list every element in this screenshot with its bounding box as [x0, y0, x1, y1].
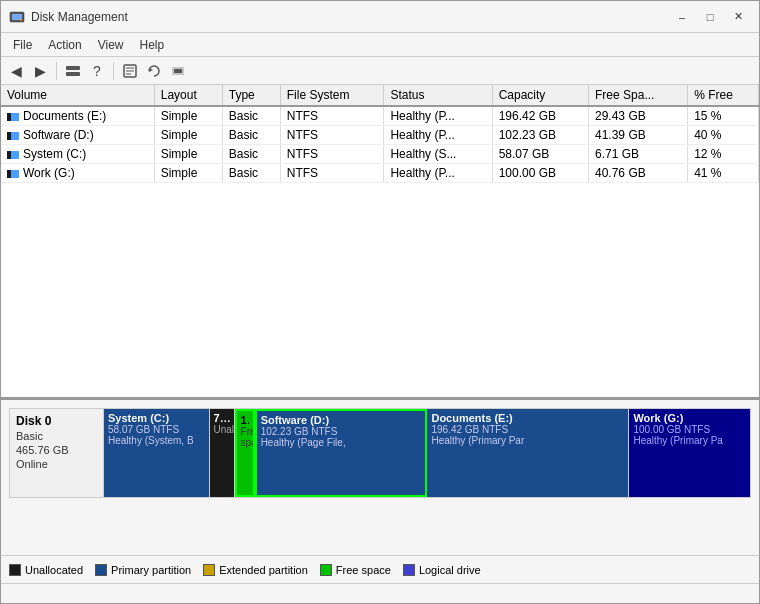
legend-color: [203, 564, 215, 576]
cell-layout: Simple: [154, 126, 222, 145]
partition-unallocated[interactable]: 7.11 GB Unallocated: [210, 409, 235, 497]
partition-software[interactable]: Software (D:) 102.23 GB NTFS Healthy (Pa…: [255, 409, 428, 497]
disks-icon: [65, 63, 81, 79]
svg-marker-9: [149, 68, 153, 72]
menu-file[interactable]: File: [5, 35, 40, 55]
cell-fs: NTFS: [280, 145, 384, 164]
table-row[interactable]: Work (G:) Simple Basic NTFS Healthy (P..…: [1, 164, 759, 183]
window-title: Disk Management: [31, 10, 128, 24]
cell-capacity: 58.07 GB: [492, 145, 588, 164]
partition-size: 102.23 GB NTFS: [261, 426, 422, 437]
properties-button[interactable]: [119, 60, 141, 82]
menu-action[interactable]: Action: [40, 35, 89, 55]
disk-type: Basic: [16, 430, 97, 442]
partitions-container: System (C:) 58.07 GB NTFS Healthy (Syste…: [104, 408, 751, 498]
disk-visual-section: Disk 0 Basic 465.76 GB Online System (C:…: [1, 400, 759, 555]
legend-item: Logical drive: [403, 564, 481, 576]
refresh-button[interactable]: [143, 60, 165, 82]
cell-layout: Simple: [154, 164, 222, 183]
cell-type: Basic: [222, 145, 280, 164]
window-controls: – □ ✕: [669, 7, 751, 27]
partition-status: Healthy (Primary Par: [431, 435, 624, 446]
cell-capacity: 100.00 GB: [492, 164, 588, 183]
col-pctfree: % Free: [688, 85, 759, 106]
main-content: Volume Layout Type File System Status Ca…: [1, 85, 759, 603]
legend-label: Unallocated: [25, 564, 83, 576]
menu-help[interactable]: Help: [132, 35, 173, 55]
forward-button[interactable]: ▶: [29, 60, 51, 82]
partition-size: 100.00 GB NTFS: [633, 424, 746, 435]
partition-status: Healthy (Page File,: [261, 437, 422, 448]
legend-item: Unallocated: [9, 564, 83, 576]
col-filesystem: File System: [280, 85, 384, 106]
table-row[interactable]: Documents (E:) Simple Basic NTFS Healthy…: [1, 106, 759, 126]
svg-rect-3: [66, 66, 80, 70]
disk-label: Disk 0 Basic 465.76 GB Online: [9, 408, 104, 498]
help-button[interactable]: ?: [86, 60, 108, 82]
partition-docs[interactable]: Documents (E:) 196.42 GB NTFS Healthy (P…: [427, 409, 629, 497]
cell-capacity: 196.42 GB: [492, 106, 588, 126]
minimize-button[interactable]: –: [669, 7, 695, 27]
show-disks-button[interactable]: [62, 60, 84, 82]
title-bar: Disk Management – □ ✕: [1, 1, 759, 33]
table-row[interactable]: Software (D:) Simple Basic NTFS Healthy …: [1, 126, 759, 145]
menu-bar: File Action View Help: [1, 33, 759, 57]
refresh-icon: [146, 63, 162, 79]
cell-pct: 12 %: [688, 145, 759, 164]
cell-pct: 15 %: [688, 106, 759, 126]
disk-name: Disk 0: [16, 414, 97, 428]
status-bar: [1, 583, 759, 603]
svg-rect-4: [66, 72, 80, 76]
toolbar-sep-2: [113, 62, 114, 80]
cell-free: 41.39 GB: [589, 126, 688, 145]
partition-free[interactable]: 1.92 GB Free space: [235, 409, 255, 497]
close-button[interactable]: ✕: [725, 7, 751, 27]
partition-system[interactable]: System (C:) 58.07 GB NTFS Healthy (Syste…: [104, 409, 210, 497]
cell-volume: Work (G:): [1, 164, 154, 183]
cell-type: Basic: [222, 126, 280, 145]
cell-status: Healthy (P...: [384, 126, 492, 145]
col-layout: Layout: [154, 85, 222, 106]
menu-view[interactable]: View: [90, 35, 132, 55]
table-row[interactable]: System (C:) Simple Basic NTFS Healthy (S…: [1, 145, 759, 164]
svg-point-2: [20, 19, 22, 21]
partition-work[interactable]: Work (G:) 100.00 GB NTFS Healthy (Primar…: [629, 409, 750, 497]
legend-color: [9, 564, 21, 576]
legend-color: [320, 564, 332, 576]
cell-status: Healthy (P...: [384, 106, 492, 126]
back-button[interactable]: ◀: [5, 60, 27, 82]
disk-row: Disk 0 Basic 465.76 GB Online System (C:…: [9, 408, 751, 498]
title-left: Disk Management: [9, 9, 128, 25]
app-icon: [9, 9, 25, 25]
cell-fs: NTFS: [280, 106, 384, 126]
extra-icon: [170, 63, 186, 79]
toolbar: ◀ ▶ ?: [1, 57, 759, 85]
disk-management-window: Disk Management – □ ✕ File Action View H…: [0, 0, 760, 604]
cell-pct: 41 %: [688, 164, 759, 183]
col-freespace: Free Spa...: [589, 85, 688, 106]
cell-volume: Documents (E:): [1, 106, 154, 126]
legend-label: Extended partition: [219, 564, 308, 576]
cell-free: 6.71 GB: [589, 145, 688, 164]
cell-status: Healthy (S...: [384, 145, 492, 164]
legend-label: Free space: [336, 564, 391, 576]
partition-size: 58.07 GB NTFS: [108, 424, 205, 435]
cell-pct: 40 %: [688, 126, 759, 145]
partition-status: Healthy (System, B: [108, 435, 205, 446]
col-type: Type: [222, 85, 280, 106]
col-status: Status: [384, 85, 492, 106]
partition-size: Unallocated: [214, 424, 230, 435]
legend-bar: Unallocated Primary partition Extended p…: [1, 555, 759, 583]
maximize-button[interactable]: □: [697, 7, 723, 27]
legend-item: Primary partition: [95, 564, 191, 576]
partition-label: 1.92 GB: [241, 414, 249, 426]
cell-volume: Software (D:): [1, 126, 154, 145]
extra-button[interactable]: [167, 60, 189, 82]
disk-status: Online: [16, 458, 97, 470]
svg-rect-11: [174, 69, 182, 73]
legend-label: Logical drive: [419, 564, 481, 576]
table-header-row: Volume Layout Type File System Status Ca…: [1, 85, 759, 106]
partition-label: System (C:): [108, 412, 205, 424]
legend-color: [95, 564, 107, 576]
cell-free: 29.43 GB: [589, 106, 688, 126]
